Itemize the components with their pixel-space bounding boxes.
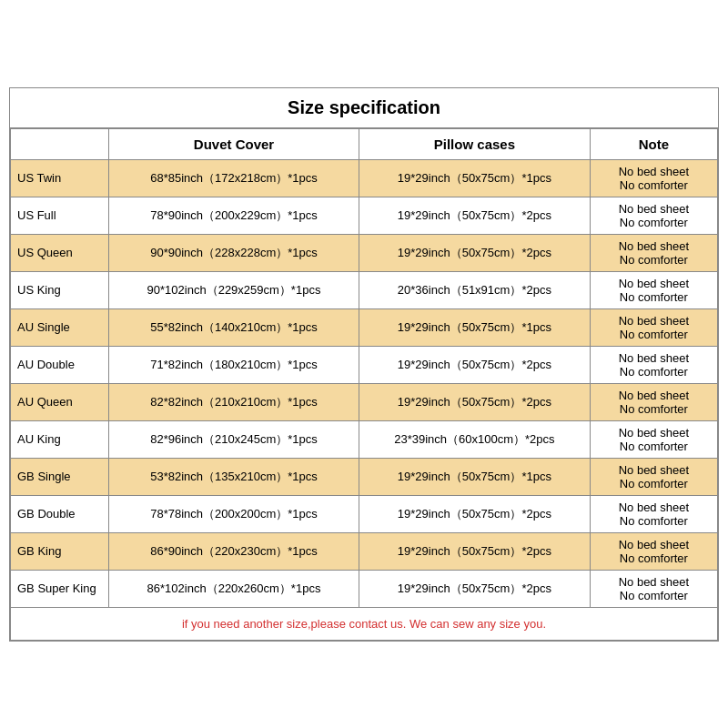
- cell-size: AU Queen: [11, 383, 109, 420]
- table-row: GB Single53*82inch（135x210cm）*1pcs19*29i…: [11, 458, 718, 495]
- table-row: US Full78*90inch（200x229cm）*1pcs19*29inc…: [11, 197, 718, 234]
- cell-note: No bed sheet No comforter: [590, 570, 717, 607]
- table-title: Size specification: [10, 88, 718, 128]
- cell-note: No bed sheet No comforter: [590, 420, 717, 458]
- cell-duvet: 82*96inch（210x245cm）*1pcs: [108, 420, 359, 458]
- cell-pillow: 19*29inch（50x75cm）*2pcs: [359, 346, 591, 383]
- cell-duvet: 78*90inch（200x229cm）*1pcs: [108, 197, 359, 234]
- cell-note: No bed sheet No comforter: [590, 234, 717, 271]
- table-row: AU Single55*82inch（140x210cm）*1pcs19*29i…: [11, 308, 718, 346]
- cell-size: US King: [11, 271, 109, 308]
- cell-size: GB Single: [11, 458, 109, 495]
- cell-pillow: 19*29inch（50x75cm）*2pcs: [359, 570, 591, 607]
- header-size: [11, 128, 109, 159]
- cell-duvet: 55*82inch（140x210cm）*1pcs: [108, 308, 359, 346]
- cell-duvet: 53*82inch（135x210cm）*1pcs: [108, 458, 359, 495]
- cell-note: No bed sheet No comforter: [590, 458, 717, 495]
- size-specification-table: Size specification Duvet Cover Pillow ca…: [9, 87, 719, 642]
- cell-size: AU Double: [11, 346, 109, 383]
- footer-row: if you need another size,please contact …: [11, 607, 718, 640]
- header-note: Note: [590, 128, 717, 159]
- cell-size: AU Single: [11, 308, 109, 346]
- cell-pillow: 19*29inch（50x75cm）*2pcs: [359, 532, 591, 570]
- cell-size: US Queen: [11, 234, 109, 271]
- cell-pillow: 19*29inch（50x75cm）*1pcs: [359, 458, 591, 495]
- cell-pillow: 19*29inch（50x75cm）*1pcs: [359, 159, 591, 197]
- table-row: GB Super King86*102inch（220x260cm）*1pcs1…: [11, 570, 718, 607]
- cell-pillow: 19*29inch（50x75cm）*2pcs: [359, 197, 591, 234]
- table-row: US Twin68*85inch（172x218cm）*1pcs19*29inc…: [11, 159, 718, 197]
- cell-pillow: 19*29inch（50x75cm）*1pcs: [359, 308, 591, 346]
- table-row: GB Double78*78inch（200x200cm）*1pcs19*29i…: [11, 495, 718, 532]
- cell-duvet: 90*102inch（229x259cm）*1pcs: [108, 271, 359, 308]
- cell-note: No bed sheet No comforter: [590, 532, 717, 570]
- table-row: AU Queen82*82inch（210x210cm）*1pcs19*29in…: [11, 383, 718, 420]
- cell-size: GB Double: [11, 495, 109, 532]
- cell-size: AU King: [11, 420, 109, 458]
- cell-size: GB Super King: [11, 570, 109, 607]
- cell-size: US Full: [11, 197, 109, 234]
- table-row: US King90*102inch（229x259cm）*1pcs20*36in…: [11, 271, 718, 308]
- cell-note: No bed sheet No comforter: [590, 495, 717, 532]
- cell-duvet: 78*78inch（200x200cm）*1pcs: [108, 495, 359, 532]
- cell-pillow: 20*36inch（51x91cm）*2pcs: [359, 271, 591, 308]
- cell-note: No bed sheet No comforter: [590, 271, 717, 308]
- cell-duvet: 71*82inch（180x210cm）*1pcs: [108, 346, 359, 383]
- cell-note: No bed sheet No comforter: [590, 308, 717, 346]
- cell-note: No bed sheet No comforter: [590, 159, 717, 197]
- cell-pillow: 19*29inch（50x75cm）*2pcs: [359, 234, 591, 271]
- header-duvet: Duvet Cover: [108, 128, 359, 159]
- cell-note: No bed sheet No comforter: [590, 346, 717, 383]
- cell-duvet: 90*90inch（228x228cm）*1pcs: [108, 234, 359, 271]
- cell-size: GB King: [11, 532, 109, 570]
- table-row: AU King82*96inch（210x245cm）*1pcs23*39inc…: [11, 420, 718, 458]
- header-pillow: Pillow cases: [359, 128, 591, 159]
- cell-duvet: 68*85inch（172x218cm）*1pcs: [108, 159, 359, 197]
- footer-text: if you need another size,please contact …: [11, 607, 718, 640]
- cell-pillow: 23*39inch（60x100cm）*2pcs: [359, 420, 591, 458]
- cell-pillow: 19*29inch（50x75cm）*2pcs: [359, 495, 591, 532]
- cell-note: No bed sheet No comforter: [590, 383, 717, 420]
- cell-duvet: 86*90inch（220x230cm）*1pcs: [108, 532, 359, 570]
- cell-duvet: 86*102inch（220x260cm）*1pcs: [108, 570, 359, 607]
- table-row: AU Double71*82inch（180x210cm）*1pcs19*29i…: [11, 346, 718, 383]
- cell-size: US Twin: [11, 159, 109, 197]
- cell-note: No bed sheet No comforter: [590, 197, 717, 234]
- cell-pillow: 19*29inch（50x75cm）*2pcs: [359, 383, 591, 420]
- cell-duvet: 82*82inch（210x210cm）*1pcs: [108, 383, 359, 420]
- table-row: US Queen90*90inch（228x228cm）*1pcs19*29in…: [11, 234, 718, 271]
- table-row: GB King86*90inch（220x230cm）*1pcs19*29inc…: [11, 532, 718, 570]
